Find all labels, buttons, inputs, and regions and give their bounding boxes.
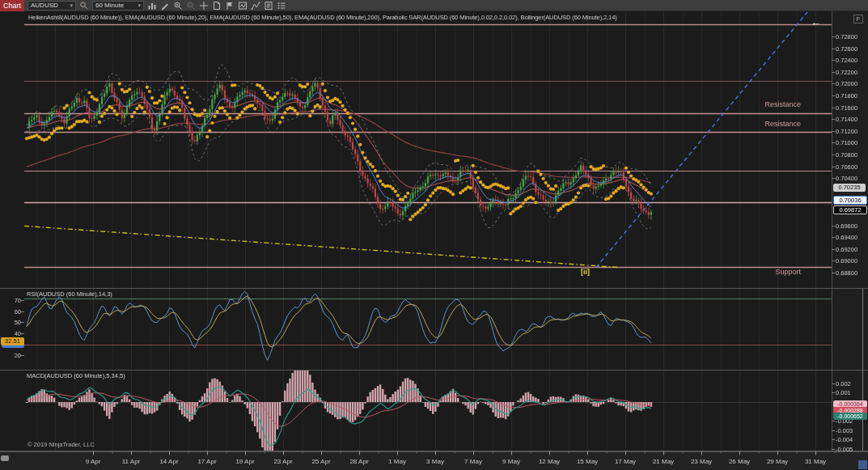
fixed-scale-button[interactable]: F <box>853 15 863 23</box>
copyright-text: © 2019 NinjaTrader, LLC <box>28 441 95 448</box>
instrument-selector[interactable]: AUDUSD ▾ <box>28 1 76 11</box>
tab-chart[interactable]: Chart <box>0 0 24 11</box>
chevron-down-icon: ▾ <box>70 2 73 9</box>
zoom-in-icon[interactable] <box>172 1 183 11</box>
rsi-indicator-label: RSI(AUDUSD (60 Minute),14,3) <box>27 290 112 298</box>
horizontal-scrollbar-thumb[interactable] <box>1 455 9 461</box>
data-box-icon[interactable] <box>263 1 273 11</box>
search-icon[interactable] <box>78 1 89 11</box>
panel-separator[interactable] <box>0 451 868 451</box>
chart-plot[interactable] <box>0 0 868 470</box>
panel-separator[interactable] <box>0 288 868 289</box>
chevron-down-icon: ▾ <box>138 2 141 9</box>
macd-indicator-label: MACD(AUDUSD (60 Minute),5,34,5) <box>27 372 125 379</box>
properties-icon[interactable] <box>276 1 286 11</box>
indicator-label: HeikenAshi8(AUDUSD (60 Minute)), EMA(AUD… <box>28 14 617 21</box>
support-label: Support <box>725 268 801 276</box>
wave-count-label: [ii] <box>581 268 590 276</box>
interval-label: 60 Minute <box>95 2 124 9</box>
alert-icon[interactable] <box>224 1 235 11</box>
instrument-label: AUDUSD <box>31 2 58 9</box>
pencil-icon[interactable] <box>159 1 170 11</box>
resistance-label: Resistance <box>725 100 801 108</box>
toolbar: Chart AUDUSD ▾ 60 Minute ▾ <box>0 0 868 11</box>
toolbar-icons <box>144 1 286 11</box>
zoom-out-icon[interactable] <box>185 1 196 11</box>
scroll-corner-button[interactable] <box>858 460 867 469</box>
snapshot-icon[interactable] <box>211 1 222 11</box>
trendline-icon[interactable] <box>250 1 260 11</box>
interval-selector[interactable]: 60 Minute ▾ <box>92 1 144 11</box>
resistance-label: Resistance <box>725 120 801 128</box>
panel-edge-divider <box>862 289 863 451</box>
ninjatrader-chart-window: Chart AUDUSD ▾ 60 Minute ▾ HeikenAshi8(A… <box>0 0 868 470</box>
indicators-icon[interactable] <box>237 1 248 11</box>
jump-to-last-arrow-icon[interactable]: ← <box>811 17 821 28</box>
crosshair-icon[interactable] <box>198 1 209 11</box>
panel-separator[interactable] <box>0 370 868 370</box>
chart-style-icon[interactable] <box>146 1 157 11</box>
